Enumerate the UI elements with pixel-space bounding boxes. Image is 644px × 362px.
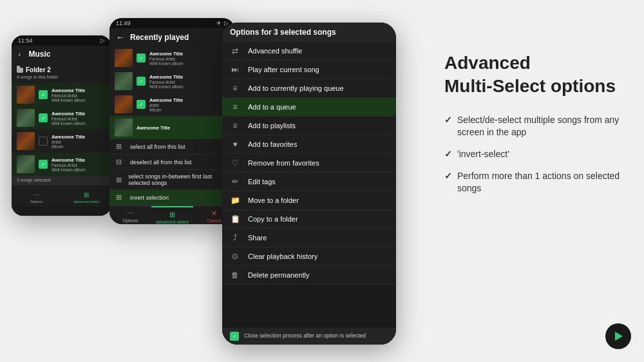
p3-menu-remove-fav[interactable]: ♡ Remove from favorites bbox=[222, 154, 396, 173]
p1-song-artist-3: Artist bbox=[52, 140, 106, 144]
p2-action-bar: ⋯ Options ⊞ advanced select ✕ Cancel bbox=[109, 205, 235, 224]
p1-song-artist-4: Famous Artist bbox=[52, 163, 106, 167]
p1-song-item-1[interactable]: Awesome Title Famous Artist Well known a… bbox=[12, 83, 111, 106]
p1-folder-icon bbox=[17, 68, 23, 73]
p2-status-bar: 11:49 ✈ ▷ bbox=[109, 18, 235, 28]
p1-song-name-3: Awesome Title bbox=[52, 134, 106, 140]
p2-airplane-icon: ✈ bbox=[216, 20, 222, 26]
p1-check-1 bbox=[39, 90, 48, 99]
p3-menu-add-queue-2[interactable]: ≡ Add to a queue bbox=[222, 98, 396, 117]
p1-play-icon: ▷ bbox=[100, 37, 105, 44]
p2-back-btn[interactable]: ← bbox=[116, 32, 125, 43]
p2-check-3 bbox=[137, 100, 146, 109]
p1-header-title: Music bbox=[29, 50, 106, 59]
p1-options-icon: ⋯ bbox=[33, 191, 40, 198]
p2-info-2: Awesome Title Famous Artist Well known a… bbox=[149, 74, 218, 89]
p1-song-item-4[interactable]: Awesome Title Famous Artist Well known a… bbox=[12, 153, 111, 176]
p3-close-checkbox bbox=[230, 332, 239, 341]
p2-song-3[interactable]: Awesome Title Artist Album 4:49 bbox=[109, 93, 235, 116]
p1-song-artist-2: Famous Artist bbox=[52, 117, 106, 121]
p1-tab-options[interactable]: ⋯ Options bbox=[12, 187, 62, 205]
p2-thumb-2 bbox=[115, 72, 133, 90]
p1-song-album-1: Well known album bbox=[52, 98, 106, 102]
p3-play-after-icon: ⏭ bbox=[230, 65, 240, 74]
p2-check-1 bbox=[137, 53, 146, 62]
p1-advanced-icon: ⊞ bbox=[84, 191, 89, 198]
p3-delete-icon: 🗑 bbox=[230, 271, 240, 280]
feature-list: Select/de-select multiple songs from any… bbox=[444, 114, 625, 195]
p3-menu-add-fav[interactable]: ♥ Add to favorites bbox=[222, 135, 396, 154]
p1-bottom-tabs: ⋯ Options ⊞ advanced select bbox=[12, 184, 111, 207]
p1-song-item-2[interactable]: Awesome Title Famous Artist Well known a… bbox=[12, 106, 111, 129]
p1-song-name-4: Awesome Title bbox=[52, 157, 106, 163]
phone-2: 11:49 ✈ ▷ ← Recently played ✕ Awesome Ti… bbox=[109, 18, 235, 224]
p1-info-2: Awesome Title Famous Artist Well known a… bbox=[52, 111, 106, 126]
p3-close-option-text: Close selection process after an option … bbox=[244, 332, 366, 339]
p3-share-icon: ⤴ bbox=[230, 233, 240, 242]
right-panel: AdvancedMulti-Select options Select/de-s… bbox=[444, 52, 625, 204]
p3-close-option[interactable]: Close selection process after an option … bbox=[222, 328, 396, 345]
p3-menu-playlists[interactable]: ≡ Add to playlists bbox=[222, 117, 396, 135]
p3-menu-delete[interactable]: 🗑 Delete permanently bbox=[222, 266, 396, 285]
p2-options-btn[interactable]: ⋯ Options bbox=[109, 206, 151, 224]
p2-ms-item-2[interactable]: ⊟ deselect all from this list bbox=[109, 155, 235, 170]
p2-song-2[interactable]: Awesome Title Famous Artist Well known a… bbox=[109, 70, 235, 93]
p2-info-1: Awesome Title Famous Artist Well known a… bbox=[149, 51, 218, 66]
p3-menu-move-folder[interactable]: 📁 Move to a folder bbox=[222, 191, 396, 210]
p2-options-icon: ⋯ bbox=[111, 209, 150, 218]
p1-song-item-3[interactable]: Awesome Title Artist Album bbox=[12, 129, 111, 153]
p2-header: ← Recently played ✕ bbox=[109, 28, 235, 46]
p2-ms-item-4[interactable]: ⊞ invert selection bbox=[109, 190, 235, 205]
p3-shuffle-icon: ⇄ bbox=[230, 46, 240, 55]
p2-selected-song[interactable]: Awesome Title bbox=[109, 116, 235, 139]
p3-menu-copy-folder[interactable]: 📋 Copy to a folder bbox=[222, 210, 396, 229]
p2-advanced-btn[interactable]: ⊞ advanced select bbox=[151, 206, 193, 224]
p1-song-album-2: Well known album bbox=[52, 121, 106, 126]
p2-time: 11:49 bbox=[116, 20, 131, 26]
p1-thumb-1 bbox=[17, 86, 35, 104]
right-panel-title: AdvancedMulti-Select options bbox=[444, 52, 625, 99]
p2-multiselect-menu: ⊞ select all from this list ⊟ deselect a… bbox=[109, 139, 235, 205]
p3-menu-add-queue[interactable]: ≡ Add to currently playing queue bbox=[222, 79, 396, 98]
p3-add-queue-icon: ≡ bbox=[230, 84, 240, 93]
p3-history-icon: ⊙ bbox=[230, 252, 240, 261]
feature-item-3: Perform more than 1 actions on selected … bbox=[444, 170, 625, 195]
p1-song-name-1: Awesome Title bbox=[52, 88, 106, 93]
p3-edit-icon: ✏ bbox=[230, 177, 240, 186]
p2-ms-icon-2: ⊟ bbox=[116, 158, 125, 166]
p3-menu-advanced-shuffle[interactable]: ⇄ Advanced shuffle bbox=[222, 42, 396, 61]
p1-song-album-4: Well known album bbox=[52, 167, 106, 172]
p3-playlists-icon: ≡ bbox=[230, 121, 240, 130]
p3-move-folder-icon: 📁 bbox=[230, 196, 240, 205]
p1-info-3: Awesome Title Artist Album bbox=[52, 134, 106, 149]
p2-ms-item-1[interactable]: ⊞ select all from this list bbox=[109, 139, 235, 155]
p3-menu-share[interactable]: ⤴ Share bbox=[222, 229, 396, 247]
p3-heart-empty-icon: ♡ bbox=[230, 158, 240, 167]
p1-uncheck-3 bbox=[39, 137, 48, 146]
p3-options-header: Options for 3 selected songs bbox=[222, 23, 396, 42]
p2-song-1[interactable]: Awesome Title Famous Artist Well known a… bbox=[109, 46, 235, 70]
phone-3: Options for 3 selected songs ⇄ Advanced … bbox=[222, 23, 396, 345]
p3-menu-play-after[interactable]: ⏭ Play after current song bbox=[222, 61, 396, 79]
p3-menu-clear-history[interactable]: ⊙ Clear playback history bbox=[222, 247, 396, 266]
p1-folder-sub: 4 songs in this folder bbox=[17, 75, 106, 79]
p1-folder-header: Folder 2 4 songs in this folder bbox=[12, 62, 111, 83]
p2-info-3: Awesome Title Artist Album bbox=[149, 97, 218, 112]
p3-add-queue2-icon: ≡ bbox=[230, 102, 240, 111]
p2-header-title: Recently played bbox=[130, 33, 218, 42]
p3-menu-edit-tags[interactable]: ✏ Edit tags bbox=[222, 173, 396, 191]
p1-tab-advanced[interactable]: ⊞ advanced select bbox=[62, 187, 112, 205]
p1-thumb-3 bbox=[17, 132, 35, 150]
p2-thumb-1 bbox=[115, 49, 133, 67]
p1-status-bar: 11:54 ▷ bbox=[12, 35, 111, 46]
p1-info-4: Awesome Title Famous Artist Well known a… bbox=[52, 157, 106, 172]
app-play-icon[interactable] bbox=[605, 323, 631, 349]
p2-ms-icon-4: ⊞ bbox=[116, 193, 125, 202]
phone-1: 11:54 ▷ ♪ Music Folder 2 4 songs in this… bbox=[12, 35, 111, 216]
p2-song-list: Awesome Title Famous Artist Well known a… bbox=[109, 46, 235, 116]
p3-menu-list: ⇄ Advanced shuffle ⏭ Play after current … bbox=[222, 42, 396, 328]
p3-heart-fill-icon: ♥ bbox=[230, 140, 240, 149]
p1-music-icon: ♪ bbox=[18, 51, 21, 57]
p2-ms-item-3[interactable]: ⊞ select songs in-between first last sel… bbox=[109, 170, 235, 190]
p1-thumb-4 bbox=[17, 155, 35, 173]
